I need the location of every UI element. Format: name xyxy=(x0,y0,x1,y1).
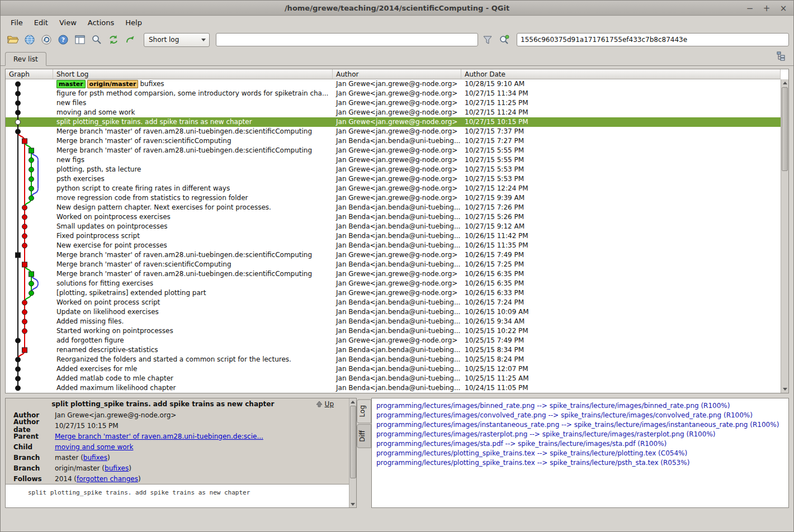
browse-button[interactable] xyxy=(22,32,37,48)
commit-row[interactable]: psth exercisesJan Grewe<jan.grewe@g-node… xyxy=(6,174,781,184)
commit-row[interactable]: Worked on point process scriptJan Benda<… xyxy=(6,298,781,307)
commit-row[interactable]: Merge branch 'master' of raven.am28.uni-… xyxy=(6,127,781,136)
commit-row[interactable]: add forgotten figureJan Grewe<jan.grewe@… xyxy=(6,336,781,345)
file-rename-entry[interactable]: programming/lectures/plotting_spike_trai… xyxy=(376,449,784,458)
commit-row[interactable]: split plotting_spike trains. add spike t… xyxy=(6,117,781,127)
file-rename-entry[interactable]: programming/lectures/images/rasterplot.p… xyxy=(376,430,784,439)
open-repository-button[interactable] xyxy=(5,32,20,48)
tab-log[interactable]: Log xyxy=(357,399,371,423)
back-button[interactable] xyxy=(39,32,54,48)
commit-author: Jan Grewe<jan.grewe@g-node.org> xyxy=(333,269,461,279)
column-header-short-log[interactable]: Short Log xyxy=(53,69,333,79)
commit-row[interactable]: Merge branch 'master' of raven.am28.uni-… xyxy=(6,146,781,155)
detail-row: AuthorJan Grewe<jan.grewe@g-node.org> xyxy=(6,410,356,420)
highlight-search-button[interactable] xyxy=(497,32,512,48)
commit-row[interactable]: Update on likelihood exercisesJan Benda<… xyxy=(6,307,781,317)
commit-row[interactable]: plotting, psth, sta lectureJan Grewe<jan… xyxy=(6,165,781,174)
detail-link[interactable]: bufixes xyxy=(83,454,107,462)
file-rename-entry[interactable]: programming/lectures/plotting_spike_trai… xyxy=(376,458,784,468)
horizontal-splitter[interactable] xyxy=(1,393,793,398)
refresh-button[interactable] xyxy=(106,32,121,48)
search-tool-button[interactable] xyxy=(89,32,104,48)
detail-link[interactable]: Merge branch 'master' of raven.am28.uni-… xyxy=(55,433,263,440)
commit-log-cell: Reorganized the folders and started a co… xyxy=(53,355,333,364)
detail-link[interactable]: bufixes xyxy=(105,464,129,472)
commit-row[interactable]: solutions for fitting exercisesJan Grewe… xyxy=(6,279,781,288)
tab-diff[interactable]: Diff xyxy=(357,424,371,448)
rev-list-scrollbar[interactable] xyxy=(781,79,788,393)
close-button[interactable]: × xyxy=(779,3,788,13)
commit-row[interactable]: new filesJan Grewe<jan.grewe@g-node.org>… xyxy=(6,98,781,108)
log-view-select[interactable]: Short log xyxy=(144,33,210,47)
filter-button[interactable] xyxy=(480,32,495,48)
commit-log-cell: plotting, psth, sta lecture xyxy=(53,165,333,174)
menu-file[interactable]: File xyxy=(6,17,27,28)
commit-row[interactable]: move regression code from statistics to … xyxy=(6,193,781,203)
file-rename-entry[interactable]: programming/lectures/images/instantaneou… xyxy=(376,420,784,430)
menu-edit[interactable]: Edit xyxy=(30,17,53,28)
menu-help[interactable]: Help xyxy=(121,17,146,28)
column-header-author-date[interactable]: Author Date xyxy=(461,69,781,79)
tab-rev-list[interactable]: Rev list xyxy=(5,52,46,66)
detail-value: master (bufixes) xyxy=(55,454,119,462)
commit-row[interactable]: Added missing files.Jan Benda<jan.benda@… xyxy=(6,317,781,326)
commit-date: 10/27/15 5:53 PM xyxy=(461,174,781,184)
commit-row[interactable]: Added maximum likelihood chapterJan Bend… xyxy=(6,383,781,393)
up-button[interactable]: Up xyxy=(316,400,334,408)
commit-subject: Small updates on pointprocesses xyxy=(56,222,168,231)
commit-row[interactable]: New design pattern chapter. Next exercis… xyxy=(6,203,781,212)
commit-row[interactable]: figure for psth method comparsion, some … xyxy=(6,89,781,98)
commit-subject: plotting, psth, sta lecture xyxy=(56,165,141,174)
commit-row[interactable]: masterorigin/masterbufixesJan Grewe<jan.… xyxy=(6,79,781,89)
commit-row[interactable]: Merge branch 'master' of raven:scientifi… xyxy=(6,136,781,146)
commit-log-cell: moving and some work xyxy=(53,108,333,117)
commit-row[interactable]: [plotting, spiketrains] extended plottin… xyxy=(6,288,781,298)
commit-row[interactable]: python script to create firing rates in … xyxy=(6,184,781,193)
scroll-up-arrow[interactable] xyxy=(781,79,788,87)
minimize-button[interactable]: − xyxy=(745,3,754,13)
commit-row[interactable]: Started working on pointprocessesJan Ben… xyxy=(6,326,781,336)
commit-graph-cell xyxy=(6,326,53,336)
menu-actions[interactable]: Actions xyxy=(83,17,119,28)
commit-log-cell: Added missing files. xyxy=(53,317,333,326)
scrollbar-thumb[interactable] xyxy=(782,87,788,171)
toggle-panes-button[interactable] xyxy=(72,32,87,48)
commit-subject: Merge branch 'master' of raven.am28.uni-… xyxy=(56,250,312,260)
column-header-graph[interactable]: Graph xyxy=(6,69,53,79)
menu-view[interactable]: View xyxy=(55,17,81,28)
revision-filter-input[interactable] xyxy=(216,33,478,46)
commit-author: Jan Benda<jan.benda@uni-tuebing... xyxy=(333,326,461,336)
detail-link[interactable]: moving and some work xyxy=(55,443,133,451)
commit-row[interactable]: renamed descriptive-statisticsJan Benda<… xyxy=(6,345,781,355)
commit-row[interactable]: Added exercises for mleJan Benda<jan.ben… xyxy=(6,364,781,374)
commit-row[interactable]: moving and some workJan Grewe<jan.grewe@… xyxy=(6,108,781,117)
details-scrollbar[interactable] xyxy=(349,398,356,507)
file-rename-entry[interactable]: programming/lectures/images/binned_rate.… xyxy=(376,401,784,411)
commit-row[interactable]: New exercise for point processesJan Bend… xyxy=(6,241,781,250)
commit-row[interactable]: Merge branch 'master' of raven.am28.uni-… xyxy=(6,250,781,260)
maximize-button[interactable]: + xyxy=(762,3,771,13)
commit-subject: add forgotten figure xyxy=(56,336,124,345)
commit-row[interactable]: Small updates on pointprocessesJan Benda… xyxy=(6,222,781,231)
commit-row[interactable]: Merge branch 'master' of raven:scientifi… xyxy=(6,260,781,269)
commit-row[interactable]: new figsJan Grewe<jan.grewe@g-node.org>1… xyxy=(6,155,781,165)
detail-link[interactable]: forgotten changes xyxy=(77,475,138,483)
commit-log-cell: solutions for fitting exercises xyxy=(53,279,333,288)
file-rename-entry[interactable]: programming/lectures/images/sta.pdf --> … xyxy=(376,439,784,449)
commit-row[interactable]: Fixed pointprocess scriptJan Benda<jan.b… xyxy=(6,231,781,241)
scroll-up-arrow[interactable] xyxy=(349,398,356,405)
tab-bar: Rev list xyxy=(1,50,793,66)
commit-row[interactable]: Worked on pointprocess exercisesJan Bend… xyxy=(6,212,781,222)
commit-row[interactable]: Merge branch 'master' of raven.am28.uni-… xyxy=(6,269,781,279)
scroll-down-arrow[interactable] xyxy=(781,386,788,393)
help-button[interactable]: ? xyxy=(55,32,70,48)
reload-button[interactable] xyxy=(122,32,138,48)
column-header-author[interactable]: Author xyxy=(333,69,461,79)
scroll-down-arrow[interactable] xyxy=(349,501,356,507)
commit-row[interactable]: Reorganized the folders and started a co… xyxy=(6,355,781,364)
file-rename-entry[interactable]: programming/lectures/images/convolved_ra… xyxy=(376,411,784,420)
scrollbar-thumb[interactable] xyxy=(350,406,356,478)
toggle-tree-button[interactable] xyxy=(776,50,788,63)
sha-input[interactable] xyxy=(517,33,789,46)
commit-row[interactable]: Added matlab code to mle chapterJan Bend… xyxy=(6,374,781,383)
